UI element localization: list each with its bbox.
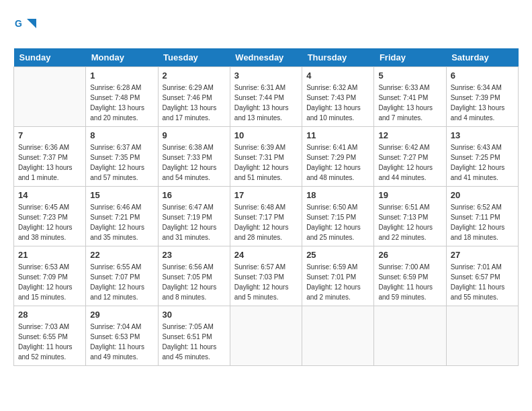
calendar-day-cell: 13 Sunrise: 6:43 AM Sunset: 7:25 PM Dayl… <box>446 127 518 187</box>
day-header-sunday: Sunday <box>14 48 86 67</box>
day-number: 1 <box>90 71 153 81</box>
calendar-day-cell: 25 Sunrise: 6:59 AM Sunset: 7:01 PM Dayl… <box>302 246 374 306</box>
page-header: G <box>13 13 519 38</box>
day-header-wednesday: Wednesday <box>230 48 302 67</box>
calendar-day-cell: 11 Sunrise: 6:41 AM Sunset: 7:29 PM Dayl… <box>302 127 374 187</box>
day-number: 14 <box>18 190 81 200</box>
day-info: Sunrise: 6:33 AM Sunset: 7:41 PM Dayligh… <box>378 83 441 123</box>
calendar-day-cell: 3 Sunrise: 6:31 AM Sunset: 7:44 PM Dayli… <box>230 67 302 127</box>
calendar-day-cell: 17 Sunrise: 6:48 AM Sunset: 7:17 PM Dayl… <box>230 187 302 246</box>
calendar-week-row: 21 Sunrise: 6:53 AM Sunset: 7:09 PM Dayl… <box>14 246 519 306</box>
day-number: 30 <box>163 310 226 320</box>
empty-cell <box>14 67 86 127</box>
calendar-day-cell: 30 Sunrise: 7:05 AM Sunset: 6:51 PM Dayl… <box>158 306 230 366</box>
calendar-day-cell: 29 Sunrise: 7:04 AM Sunset: 6:53 PM Dayl… <box>86 306 158 366</box>
day-info: Sunrise: 6:48 AM Sunset: 7:17 PM Dayligh… <box>234 202 298 242</box>
calendar-day-cell: 26 Sunrise: 7:00 AM Sunset: 6:59 PM Dayl… <box>374 246 446 306</box>
day-info: Sunrise: 6:36 AM Sunset: 7:37 PM Dayligh… <box>18 142 81 183</box>
day-number: 2 <box>163 71 226 81</box>
day-info: Sunrise: 6:52 AM Sunset: 7:11 PM Dayligh… <box>451 202 514 242</box>
day-info: Sunrise: 6:53 AM Sunset: 7:09 PM Dayligh… <box>18 262 81 302</box>
calendar-day-cell: 23 Sunrise: 6:56 AM Sunset: 7:05 PM Dayl… <box>158 246 230 306</box>
day-number: 22 <box>90 250 153 260</box>
day-info: Sunrise: 7:00 AM Sunset: 6:59 PM Dayligh… <box>378 262 441 302</box>
calendar-day-cell: 15 Sunrise: 6:46 AM Sunset: 7:21 PM Dayl… <box>86 187 158 246</box>
day-number: 11 <box>306 130 369 140</box>
day-info: Sunrise: 6:38 AM Sunset: 7:33 PM Dayligh… <box>163 142 226 183</box>
day-info: Sunrise: 6:51 AM Sunset: 7:13 PM Dayligh… <box>378 202 441 242</box>
calendar-day-cell: 6 Sunrise: 6:34 AM Sunset: 7:39 PM Dayli… <box>446 67 518 127</box>
day-number: 27 <box>451 250 514 260</box>
day-info: Sunrise: 7:05 AM Sunset: 6:51 PM Dayligh… <box>163 322 226 362</box>
day-number: 7 <box>18 130 81 140</box>
day-number: 23 <box>163 250 226 260</box>
day-info: Sunrise: 6:47 AM Sunset: 7:19 PM Dayligh… <box>163 202 226 242</box>
day-info: Sunrise: 6:39 AM Sunset: 7:31 PM Dayligh… <box>234 142 298 183</box>
day-info: Sunrise: 6:50 AM Sunset: 7:15 PM Dayligh… <box>306 202 369 242</box>
svg-text:G: G <box>15 18 22 29</box>
day-header-tuesday: Tuesday <box>158 48 230 67</box>
day-info: Sunrise: 6:55 AM Sunset: 7:07 PM Dayligh… <box>90 262 153 302</box>
calendar-day-cell: 18 Sunrise: 6:50 AM Sunset: 7:15 PM Dayl… <box>302 187 374 246</box>
day-info: Sunrise: 6:57 AM Sunset: 7:03 PM Dayligh… <box>234 262 298 302</box>
day-number: 15 <box>90 190 153 200</box>
empty-cell <box>230 306 302 366</box>
calendar-day-cell: 14 Sunrise: 6:45 AM Sunset: 7:23 PM Dayl… <box>14 187 86 246</box>
day-number: 13 <box>451 130 514 140</box>
day-info: Sunrise: 6:32 AM Sunset: 7:43 PM Dayligh… <box>306 83 369 123</box>
day-number: 24 <box>234 250 298 260</box>
calendar-day-cell: 9 Sunrise: 6:38 AM Sunset: 7:33 PM Dayli… <box>158 127 230 187</box>
calendar-week-row: 1 Sunrise: 6:28 AM Sunset: 7:48 PM Dayli… <box>14 67 519 127</box>
calendar-day-cell: 1 Sunrise: 6:28 AM Sunset: 7:48 PM Dayli… <box>86 67 158 127</box>
calendar-day-cell: 22 Sunrise: 6:55 AM Sunset: 7:07 PM Dayl… <box>86 246 158 306</box>
calendar-day-cell: 10 Sunrise: 6:39 AM Sunset: 7:31 PM Dayl… <box>230 127 302 187</box>
day-number: 4 <box>306 71 369 81</box>
day-number: 16 <box>163 190 226 200</box>
logo-icon: G <box>13 13 38 38</box>
day-number: 20 <box>451 190 514 200</box>
calendar-week-row: 14 Sunrise: 6:45 AM Sunset: 7:23 PM Dayl… <box>14 187 519 246</box>
day-number: 21 <box>18 250 81 260</box>
calendar-header-row: SundayMondayTuesdayWednesdayThursdayFrid… <box>14 48 519 67</box>
day-info: Sunrise: 6:43 AM Sunset: 7:25 PM Dayligh… <box>451 142 514 183</box>
day-info: Sunrise: 6:29 AM Sunset: 7:46 PM Dayligh… <box>163 83 226 123</box>
day-info: Sunrise: 6:45 AM Sunset: 7:23 PM Dayligh… <box>18 202 81 242</box>
day-info: Sunrise: 6:41 AM Sunset: 7:29 PM Dayligh… <box>306 142 369 183</box>
day-number: 18 <box>306 190 369 200</box>
day-number: 9 <box>163 130 226 140</box>
calendar-day-cell: 21 Sunrise: 6:53 AM Sunset: 7:09 PM Dayl… <box>14 246 86 306</box>
svg-marker-1 <box>27 19 36 28</box>
calendar-day-cell: 8 Sunrise: 6:37 AM Sunset: 7:35 PM Dayli… <box>86 127 158 187</box>
day-number: 8 <box>90 130 153 140</box>
empty-cell <box>302 306 374 366</box>
day-info: Sunrise: 6:37 AM Sunset: 7:35 PM Dayligh… <box>90 142 153 183</box>
day-header-monday: Monday <box>86 48 158 67</box>
calendar-table: SundayMondayTuesdayWednesdayThursdayFrid… <box>13 48 519 366</box>
day-number: 12 <box>378 130 441 140</box>
day-number: 3 <box>234 71 298 81</box>
day-info: Sunrise: 6:34 AM Sunset: 7:39 PM Dayligh… <box>451 83 514 123</box>
calendar-week-row: 28 Sunrise: 7:03 AM Sunset: 6:55 PM Dayl… <box>14 306 519 366</box>
day-number: 17 <box>234 190 298 200</box>
day-number: 25 <box>306 250 369 260</box>
day-number: 28 <box>18 310 81 320</box>
day-info: Sunrise: 7:01 AM Sunset: 6:57 PM Dayligh… <box>451 262 514 302</box>
day-number: 5 <box>378 71 441 81</box>
day-number: 19 <box>378 190 441 200</box>
day-header-thursday: Thursday <box>302 48 374 67</box>
calendar-week-row: 7 Sunrise: 6:36 AM Sunset: 7:37 PM Dayli… <box>14 127 519 187</box>
calendar-day-cell: 24 Sunrise: 6:57 AM Sunset: 7:03 PM Dayl… <box>230 246 302 306</box>
empty-cell <box>374 306 446 366</box>
day-info: Sunrise: 6:28 AM Sunset: 7:48 PM Dayligh… <box>90 83 153 123</box>
calendar-day-cell: 5 Sunrise: 6:33 AM Sunset: 7:41 PM Dayli… <box>374 67 446 127</box>
calendar-day-cell: 4 Sunrise: 6:32 AM Sunset: 7:43 PM Dayli… <box>302 67 374 127</box>
calendar-day-cell: 12 Sunrise: 6:42 AM Sunset: 7:27 PM Dayl… <box>374 127 446 187</box>
day-info: Sunrise: 6:42 AM Sunset: 7:27 PM Dayligh… <box>378 142 441 183</box>
day-number: 26 <box>378 250 441 260</box>
day-number: 29 <box>90 310 153 320</box>
day-info: Sunrise: 6:59 AM Sunset: 7:01 PM Dayligh… <box>306 262 369 302</box>
logo: G <box>13 13 40 38</box>
empty-cell <box>446 306 518 366</box>
day-number: 6 <box>451 71 514 81</box>
day-info: Sunrise: 7:03 AM Sunset: 6:55 PM Dayligh… <box>18 322 81 362</box>
